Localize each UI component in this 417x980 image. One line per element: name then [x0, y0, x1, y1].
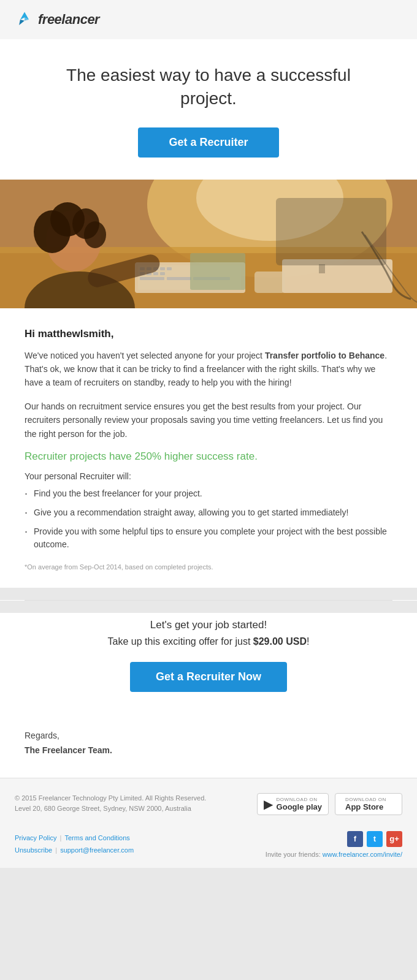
privacy-policy-link[interactable]: Privacy Policy — [15, 834, 56, 841]
footer: © 2015 Freelancer Technology Pty Limited… — [0, 778, 417, 868]
bullet-text: Provide you with some helpful tips to en… — [34, 525, 392, 551]
bullet-dot: · — [25, 507, 28, 518]
facebook-icon[interactable]: f — [347, 831, 363, 847]
email-header: freelancer — [0, 0, 417, 39]
body-para-2: Our hands on recruitment service ensures… — [25, 400, 392, 441]
bullet-list: · Find you the best freelancer for your … — [25, 487, 392, 551]
footer-invite: Invite your friends: www.freelancer.com/… — [266, 851, 402, 858]
svg-marker-1 — [19, 20, 25, 25]
bullet-dot: · — [25, 488, 28, 499]
body-para-1: We've noticed you haven't yet selected a… — [25, 349, 392, 390]
footer-bottom: Privacy Policy | Terms and Conditions Un… — [15, 825, 402, 858]
footer-top: © 2015 Freelancer Technology Pty Limited… — [15, 793, 402, 815]
footer-links: Privacy Policy | Terms and Conditions Un… — [15, 832, 134, 857]
recruiter-success-rate: Recruiter projects have 250% higher succ… — [25, 450, 392, 463]
link-separator-1: | — [60, 834, 64, 841]
recruiter-will-label: Your personal Recruiter will: — [25, 471, 392, 481]
body-content: Hi matthewlsmith, We've noticed you have… — [0, 308, 417, 588]
footer-apps: ▶ Download on Google play Download on Ap… — [257, 793, 402, 815]
google-play-icon: ▶ — [264, 797, 273, 811]
app-store-badge[interactable]: Download on App Store — [335, 793, 402, 815]
logo-text: freelancer — [38, 12, 99, 28]
unsubscribe-link[interactable]: Unsubscribe — [15, 846, 52, 854]
logo-container: freelancer — [15, 10, 402, 29]
cta-price: $29.00 USD — [253, 636, 307, 647]
footer-social-invite: f t g+ Invite your friends: www.freelanc… — [266, 831, 402, 858]
regards-section: Regards, The Freelancer Team. — [0, 714, 417, 778]
cta-subtitle: Take up this exciting offer for just $29… — [25, 636, 392, 647]
google-play-store-name: Google play — [277, 802, 322, 811]
freelancer-logo-icon — [15, 10, 34, 29]
svg-rect-34 — [0, 180, 417, 308]
regards-line1: Regards, — [25, 731, 59, 740]
list-item: · Give you a recommendation straight awa… — [25, 506, 392, 519]
greeting: Hi matthewlsmith, — [25, 328, 392, 340]
hero-box: The easiest way to have a successful pro… — [0, 39, 417, 180]
link-separator-2: | — [55, 846, 59, 854]
google-play-text: Download on Google play — [277, 797, 322, 811]
google-play-badge[interactable]: ▶ Download on Google play — [257, 793, 329, 815]
bullet-text: Find you the best freelancer for your pr… — [34, 487, 202, 500]
app-store-text: Download on App Store — [345, 797, 386, 811]
hero-image-svg — [0, 180, 417, 308]
twitter-icon[interactable]: t — [367, 831, 383, 847]
google-play-download-label: Download on — [277, 797, 322, 802]
footer-copyright: © 2015 Freelancer Technology Pty Limited… — [15, 794, 206, 802]
invite-text: Invite your friends: — [266, 851, 323, 858]
list-item: · Find you the best freelancer for your … — [25, 487, 392, 500]
bullet-text: Give you a recommendation straight away,… — [34, 506, 348, 519]
cta-title: Let's get your job started! — [25, 619, 392, 631]
list-item: · Provide you with some helpful tips to … — [25, 525, 392, 551]
footer-address-text: Level 20, 680 George Street, Sydney, NSW… — [15, 805, 191, 812]
bullet-dot: · — [25, 526, 28, 537]
hero-image — [0, 180, 417, 308]
section-divider — [25, 600, 392, 601]
hero-title: The easiest way to have a successful pro… — [37, 64, 380, 110]
footer-address: © 2015 Freelancer Technology Pty Limited… — [15, 793, 206, 815]
app-store-store-name: App Store — [345, 802, 386, 811]
invite-link[interactable]: www.freelancer.com/invite/ — [323, 851, 402, 858]
google-plus-icon[interactable]: g+ — [386, 831, 402, 847]
social-icons: f t g+ — [266, 831, 402, 847]
app-store-download-label: Download on — [345, 797, 386, 802]
get-recruiter-now-button[interactable]: Get a Recruiter Now — [130, 662, 287, 692]
regards-line2: The Freelancer Team. — [25, 745, 112, 755]
cta-section: Let's get your job started! Take up this… — [0, 613, 417, 714]
regards-text: Regards, The Freelancer Team. — [25, 729, 392, 758]
support-email-link[interactable]: support@freelancer.com — [60, 846, 134, 854]
terms-conditions-link[interactable]: Terms and Conditions — [64, 834, 129, 841]
get-recruiter-button[interactable]: Get a Recruiter — [138, 127, 278, 158]
footnote: *On average from Sep-Oct 2014, based on … — [25, 563, 392, 571]
